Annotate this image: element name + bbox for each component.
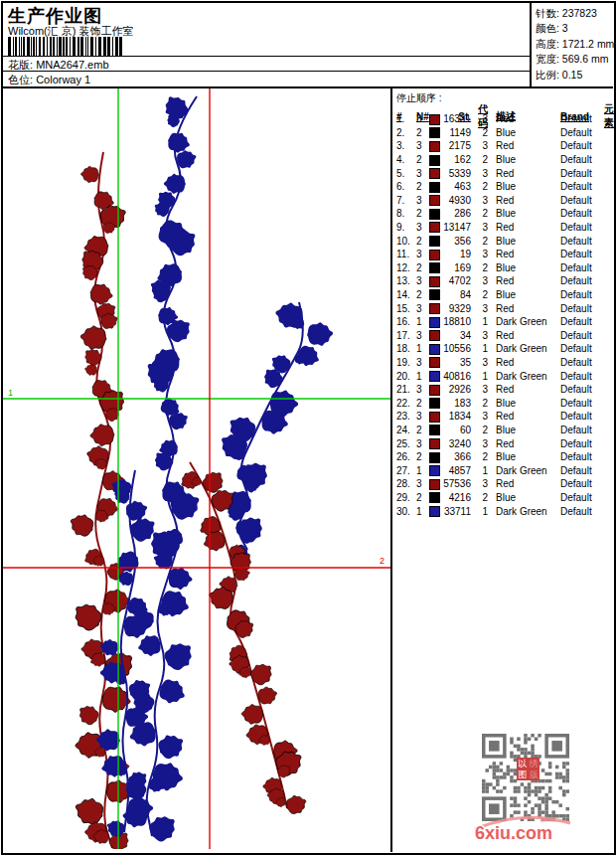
scale-row: 比例: 0.15 [536, 68, 614, 83]
cell-st: 33711 [443, 506, 473, 517]
cell-brand: Default [560, 222, 604, 233]
cell-seq: 12. [396, 262, 416, 273]
cell-seq: 11. [396, 249, 416, 259]
cell-desc: Red [490, 330, 560, 341]
cell-desc: Dark Green [490, 465, 560, 476]
cell-brand: Default [560, 168, 604, 179]
cell-brand: Default [560, 113, 604, 124]
vine-leaves-blue [216, 300, 334, 566]
cell-st: 183 [443, 398, 473, 409]
cell-code: 3 [473, 357, 490, 368]
cell-n: 3 [416, 303, 429, 314]
cell-code: 3 [473, 195, 490, 206]
cell-code: 1 [473, 316, 490, 327]
cell-seq: 7. [396, 195, 416, 206]
cell-code: 3 [473, 275, 490, 286]
cell-seq: 5. [396, 168, 416, 179]
thread-color-swatch [429, 182, 440, 193]
cell-brand: Default [560, 195, 604, 206]
cell-desc: Blue [490, 398, 560, 409]
swatch-cell [429, 126, 443, 138]
swatch-cell [429, 464, 443, 476]
colorway-value: Colorway 1 [36, 74, 90, 86]
cell-n: 2 [416, 208, 429, 219]
cell-seq: 1. [396, 113, 416, 124]
pattern-value: MNA2647.emb [36, 59, 108, 71]
design-stats: 针数: 237823 颜色: 3 高度: 1721.2 mm 宽度: 569.6… [536, 6, 614, 83]
thread-color-swatch [429, 452, 440, 463]
divider [3, 56, 530, 57]
cell-st: 57536 [443, 478, 473, 489]
table-row: 9.3131473RedDefault [393, 221, 611, 235]
cell-code: 2 [473, 262, 490, 273]
cell-desc: Red [490, 411, 560, 422]
swatch-cell [429, 289, 443, 301]
swatch-cell [429, 275, 443, 287]
cell-code: 2 [473, 398, 490, 409]
cell-brand: Default [560, 506, 604, 517]
cell-brand: Default [560, 316, 604, 327]
cell-st: 9329 [443, 303, 473, 314]
cell-st: 2175 [443, 140, 473, 151]
cell-desc: Dark Green [490, 316, 560, 327]
swatch-cell [429, 329, 443, 341]
cell-st: 18810 [443, 316, 473, 327]
cell-n: 1 [416, 465, 429, 476]
table-row: 16.1188101Dark GreenDefault [393, 315, 611, 329]
thread-color-swatch [429, 276, 440, 287]
cell-code: 2 [473, 492, 490, 503]
table-row: 12.21692BlueDefault [393, 261, 611, 275]
table-row: 18.1105561Dark GreenDefault [393, 342, 611, 356]
thread-color-swatch [429, 236, 440, 247]
cell-code: 3 [473, 168, 490, 179]
watermark: 6xiu.com [471, 817, 574, 845]
cell-seq: 25. [396, 438, 416, 449]
color-sequence-table: 1.3163313RedDefault2.211492BlueDefault3.… [393, 112, 611, 518]
thread-color-swatch [429, 479, 440, 490]
cell-st: 35 [443, 357, 473, 368]
cell-n: 2 [416, 154, 429, 165]
swatch-cell [429, 302, 443, 314]
cell-n: 1 [416, 371, 429, 382]
cell-code: 1 [473, 465, 490, 476]
cell-desc: Red [490, 249, 560, 259]
cell-code: 3 [473, 303, 490, 314]
width-value: 569.6 mm [562, 53, 609, 65]
thread-color-swatch [429, 155, 440, 166]
cell-seq: 16. [396, 316, 416, 327]
table-row: 5.353393RedDefault [393, 166, 611, 180]
cell-brand: Default [560, 303, 604, 314]
cell-brand: Default [560, 181, 604, 192]
thread-color-swatch [429, 141, 440, 152]
table-row: 6.24632BlueDefault [393, 180, 611, 194]
cell-st: 5339 [443, 168, 473, 179]
cell-seq: 27. [396, 465, 416, 476]
cell-st: 169 [443, 262, 473, 273]
table-row: 1.3163313RedDefault [393, 112, 611, 126]
cell-n: 3 [416, 384, 429, 395]
cell-brand: Default [560, 236, 604, 247]
cell-brand: Default [560, 127, 604, 138]
cell-st: 10556 [443, 343, 473, 354]
cell-n: 2 [416, 262, 429, 273]
thread-color-swatch [429, 465, 440, 476]
thread-color-swatch [429, 168, 440, 179]
thread-color-swatch [429, 289, 440, 300]
cell-code: 3 [473, 330, 490, 341]
cell-code: 1 [473, 371, 490, 382]
cell-st: 13147 [443, 222, 473, 233]
cell-seq: 15. [396, 303, 416, 314]
table-row: 15.393293RedDefault [393, 301, 611, 315]
table-row: 29.242162BlueDefault [393, 491, 611, 505]
swatch-cell [429, 384, 443, 396]
cell-desc: Red [490, 113, 560, 124]
cell-brand: Default [560, 465, 604, 476]
cell-n: 2 [416, 451, 429, 462]
swatch-cell [429, 235, 443, 247]
cell-brand: Default [560, 357, 604, 368]
cell-desc: Blue [490, 181, 560, 192]
cell-seq: 4. [396, 154, 416, 165]
cell-seq: 2. [396, 127, 416, 138]
swatch-cell [429, 370, 443, 382]
cell-n: 1 [416, 506, 429, 517]
